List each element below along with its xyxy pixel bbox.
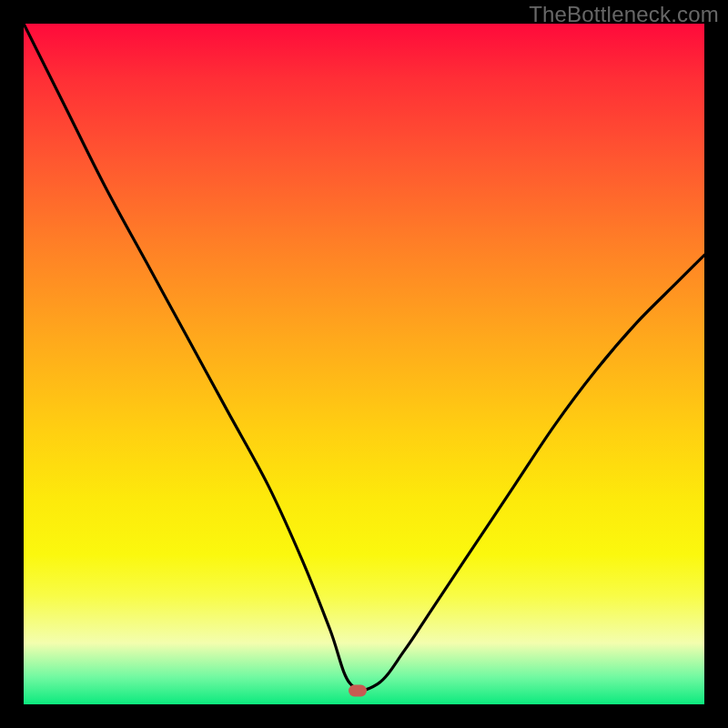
chart-frame: TheBottleneck.com	[0, 0, 728, 728]
watermark-label: TheBottleneck.com	[529, 2, 719, 27]
bottleneck-curve	[24, 24, 704, 704]
optimum-marker	[349, 685, 367, 697]
